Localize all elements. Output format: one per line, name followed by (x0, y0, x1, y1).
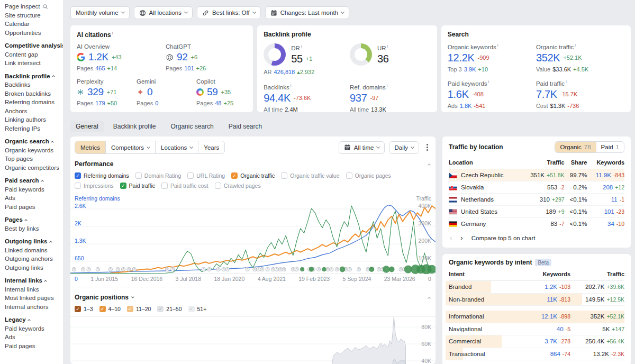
segment-metrics[interactable]: Metrics (75, 141, 105, 153)
prev-page-icon[interactable]: ‹ (450, 234, 452, 242)
sidebar-item-best-by-links[interactable]: Best by links (5, 224, 63, 233)
checkbox-organic-traffic-value[interactable]: Organic traffic value (281, 172, 339, 179)
location-row-czech-republic[interactable]: Czech Republic351K+51.8K99.7%11.9K-843 (449, 169, 624, 181)
metric-value[interactable]: 12.2K (448, 52, 475, 64)
metric-value[interactable]: 1.6K (448, 88, 469, 101)
checkbox-domain-rating[interactable]: Domain Rating (135, 172, 181, 179)
sidebar-item-paid-pages[interactable]: Paid pages (5, 203, 63, 212)
column-header-intent[interactable]: Intent (449, 271, 520, 277)
sidebar-item-organic-competitors[interactable]: Organic competitors (5, 163, 63, 172)
sidebar-item-outgoing-links[interactable]: Outgoing links (5, 263, 63, 272)
column-header-traffic[interactable]: Traffic (570, 271, 624, 277)
keywords-value[interactable]: 11 (611, 196, 618, 203)
sidebar-item-most-linked-pages[interactable]: Most linked pages (5, 294, 63, 303)
sidebar-item-calendar[interactable]: Calendar (5, 20, 63, 29)
location-row-netherlands[interactable]: Netherlands310+297<0.1%11-1 (449, 194, 624, 206)
sidebar-item-outgoing-links[interactable]: Outgoing links (5, 237, 63, 246)
checkbox-21-50[interactable]: ✓21–50 (157, 306, 182, 312)
ai-citations-value[interactable]: 59 (207, 86, 218, 98)
sidebar-item-internal-links[interactable]: Internal links (5, 285, 63, 294)
location-row-slovakia[interactable]: Slovakia553-20.2%208+12 (449, 181, 624, 194)
sidebar-item-backlinks[interactable]: Backlinks (5, 80, 63, 89)
organic-positions-section-title[interactable]: Organic positions (75, 294, 129, 301)
segment-years[interactable]: Years (198, 141, 224, 153)
sidebar-item-linked-domains[interactable]: Linked domains (5, 246, 63, 255)
sidebar-item-content-gap[interactable]: Content gap (5, 50, 63, 59)
sidebar-item-backlink-profile[interactable]: Backlink profile (5, 72, 63, 81)
sidebar-item-internal-anchors[interactable]: Internal anchors (5, 303, 63, 312)
sidebar-item-link-intersect[interactable]: Link intersect (5, 59, 63, 68)
sidebar-item-referring-domains[interactable]: Referring domains (5, 98, 63, 107)
ai-citations-value[interactable]: 0 (147, 86, 152, 98)
ai-citations-value[interactable]: 92 (177, 51, 188, 63)
keywords-value[interactable]: 101 (604, 208, 614, 215)
filter-button-changes-last-month[interactable]: Changes: Last month (265, 6, 349, 19)
tab-organic-search[interactable]: Organic search (165, 121, 219, 132)
checkbox-referring-domains[interactable]: ✓Referring domains (75, 172, 129, 179)
more-options-icon[interactable] (423, 142, 431, 153)
left-axis-legend[interactable]: Referring domains (75, 195, 120, 202)
intent-row-transactional[interactable]: Transactional864-7413.2K-2.3K (449, 348, 624, 361)
checkbox-1-3[interactable]: ✓1–3 (75, 306, 93, 312)
toggle-paid[interactable]: Paid1 (596, 142, 624, 152)
sidebar-item-paid-keywords[interactable]: Paid keywords (5, 324, 63, 333)
performance-chart[interactable]: GGGGGGGGGGGGGGGGGGGGGGGGGGGGGGGGGGGGGGGG… (70, 203, 436, 274)
sidebar-item-internal-links[interactable]: Internal links (5, 276, 63, 285)
filter-button-all-locations[interactable]: All locations (134, 6, 193, 19)
next-page-icon[interactable]: › (460, 234, 462, 242)
ref-domains-value[interactable]: 937 (350, 92, 367, 104)
keywords-value[interactable]: 208 (603, 184, 613, 190)
sidebar-item-paid-keywords[interactable]: Paid keywords (5, 185, 63, 194)
sidebar-item-legacy[interactable]: Legacy (5, 315, 63, 324)
intent-row-non-branded[interactable]: Non-branded11K-813149.5K+12.5K (449, 294, 624, 306)
metric-value[interactable]: 352K (536, 52, 560, 64)
compare-top5-link[interactable]: Compare top 5 on chart (471, 235, 536, 241)
ai-citations-value[interactable]: 329 (87, 86, 104, 98)
info-icon[interactable]: i (387, 83, 388, 88)
checkbox-paid-traffic-cost[interactable]: Paid traffic cost (161, 183, 208, 189)
organic-positions-chart[interactable]: 80K 60K 40K (70, 315, 436, 364)
backlinks-value[interactable]: 94.4K (264, 92, 291, 104)
intent-row-branded[interactable]: Branded1.2K-103202.7K+39.6K (449, 281, 624, 294)
sidebar-item-organic-search[interactable]: Organic search (5, 137, 63, 146)
info-icon[interactable]: i (497, 43, 498, 48)
metric-value[interactable]: 7.7K (536, 88, 557, 101)
sidebar-item-competitive-analysis[interactable]: Competitive analysis (5, 41, 63, 50)
filter-button-monthly-volume[interactable]: Monthly volume (70, 6, 130, 19)
sidebar-item-pages[interactable]: Pages (5, 215, 63, 224)
checkbox-11-20[interactable]: ✓11–20 (127, 306, 151, 312)
location-row-germany[interactable]: Germany83-7<0.1%34-10 (449, 218, 624, 230)
sidebar-item-referring-ips[interactable]: Referring IPs (5, 124, 63, 133)
info-icon[interactable]: i (301, 44, 302, 49)
sidebar-item-broken-backlinks[interactable]: Broken backlinks (5, 89, 63, 98)
checkbox-paid-traffic[interactable]: ✓Paid traffic (120, 183, 155, 189)
collapse-positions-icon[interactable] (428, 294, 430, 301)
sidebar-item-opportunities[interactable]: Opportunities (5, 29, 63, 38)
info-icon[interactable]: i (291, 83, 292, 88)
filter-button-best-links-off[interactable]: Best links: Off (197, 6, 261, 19)
checkbox-impressions[interactable]: Impressions (75, 183, 114, 189)
keywords-value[interactable]: 11.9K (596, 172, 611, 178)
ai-citations-value[interactable]: 1.2K (88, 51, 108, 63)
checkbox-crawled-pages[interactable]: Crawled pages (215, 183, 261, 189)
sidebar-item-organic-keywords[interactable]: Organic keywords (5, 146, 63, 155)
toggle-organic[interactable]: Organic78 (555, 142, 595, 152)
intent-row-navigational[interactable]: Navigational40-55K+147 (449, 323, 624, 336)
sidebar-item-linking-authors[interactable]: Linking authors (5, 115, 63, 124)
info-icon[interactable]: i (566, 79, 567, 84)
time-range-button[interactable]: All time (339, 141, 385, 154)
sidebar-item-top-pages[interactable]: Top pages (5, 154, 63, 163)
column-header-keywords[interactable]: Keywords (520, 271, 570, 277)
info-icon[interactable]: i (488, 79, 489, 84)
location-row-united-states[interactable]: United States189+9<0.1%101-23 (449, 206, 624, 218)
sidebar-item-ads[interactable]: Ads (5, 194, 63, 203)
checkbox-51[interactable]: ✓51+ (188, 306, 207, 312)
intent-row-informational[interactable]: Informational12.1K-898352K+52.1K (449, 311, 624, 323)
sidebar-item-paid-pages[interactable]: Paid pages (5, 342, 63, 351)
checkbox-organic-traffic[interactable]: ✓Organic traffic (231, 172, 275, 179)
info-icon[interactable]: i (112, 31, 113, 35)
column-header-share[interactable]: Share (565, 156, 587, 169)
keywords-value[interactable]: 34 (607, 221, 614, 227)
column-header-keywords[interactable]: Keywords (587, 156, 624, 169)
segment-competitors[interactable]: Competitors (105, 141, 155, 153)
